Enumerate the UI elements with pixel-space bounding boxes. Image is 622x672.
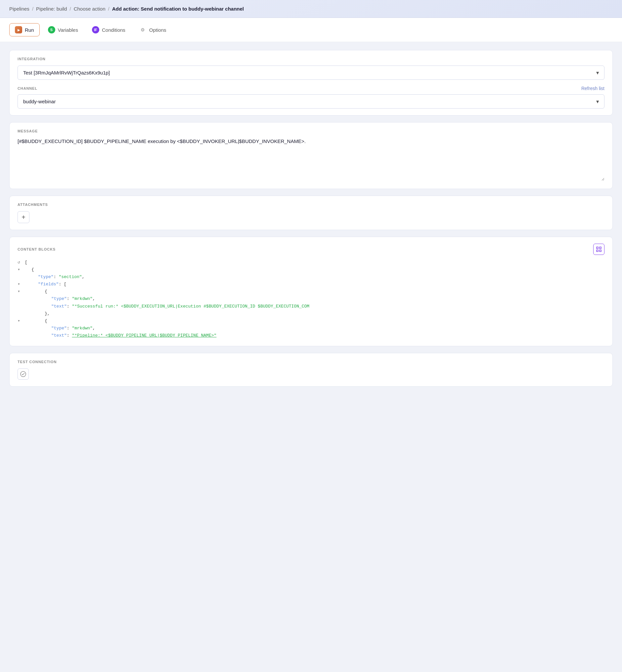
tab-conditions-label: Conditions	[102, 27, 126, 33]
code-line-3: ▾ "fields": [	[18, 281, 604, 288]
code-line-6: "text": "*Successful run:* <$BUDDY_EXECU…	[18, 303, 604, 310]
tab-run[interactable]: Run	[9, 23, 40, 36]
integration-select-wrapper: Test [3RmJqAMrlRvWjTrQazs6Kx9u1p] ▼	[18, 66, 604, 80]
code-block: ↺ [ ▾ { "type": "section", ▾ "fields": […	[18, 259, 604, 339]
code-line-10: "text": "*Pipeline:* <$BUDDY_PIPELINE_UR…	[18, 332, 604, 339]
breadcrumb-choose-action[interactable]: Choose action	[74, 6, 106, 11]
variables-icon: S	[48, 26, 55, 33]
conditions-icon: IF	[92, 26, 99, 33]
svg-rect-3	[599, 250, 601, 252]
tab-options[interactable]: ⚙ Options	[134, 23, 172, 36]
code-line-9: "type": "mrkdwn",	[18, 325, 604, 332]
code-line-0: ↺ [	[18, 259, 604, 266]
code-line-8: ▾ {	[18, 317, 604, 325]
breadcrumb-pipelines[interactable]: Pipelines	[9, 6, 29, 11]
channel-select-wrapper: buddy-webinar ▼	[18, 94, 604, 108]
tab-conditions[interactable]: IF Conditions	[87, 23, 131, 36]
attachments-label: ATTACHMENTS	[18, 202, 604, 206]
test-connection-card: TEST CONNECTION	[9, 353, 613, 387]
tab-variables-label: Variables	[58, 27, 78, 33]
test-connection-label: TEST CONNECTION	[18, 360, 604, 364]
channel-label: CHANNEL	[18, 86, 37, 90]
message-label: MESSAGE	[18, 129, 604, 133]
breadcrumb-sep-1: /	[32, 6, 33, 11]
breadcrumb-pipeline-build[interactable]: Pipeline: build	[36, 6, 67, 11]
code-line-1: ▾ {	[18, 266, 604, 274]
breadcrumb-sep-2: /	[69, 6, 71, 11]
tab-run-label: Run	[25, 27, 34, 33]
svg-rect-2	[596, 250, 598, 252]
svg-rect-0	[596, 247, 598, 249]
message-card: MESSAGE	[9, 122, 613, 189]
channel-select[interactable]: buddy-webinar	[18, 94, 604, 108]
code-line-4: ▾ {	[18, 288, 604, 295]
svg-rect-1	[599, 247, 601, 249]
content-blocks-header: CONTENT BLOCKS	[18, 244, 604, 255]
integration-label: INTEGRATION	[18, 57, 604, 61]
breadcrumb-current: Add action: Send notification to buddy-w…	[112, 6, 244, 11]
attachments-card: ATTACHMENTS +	[9, 196, 613, 230]
channel-header: CHANNEL Refresh list	[18, 86, 604, 91]
content-blocks-card: CONTENT BLOCKS ↺ [ ▾ {	[9, 237, 613, 346]
code-toggle-4[interactable]: ▾	[18, 288, 23, 295]
add-attachment-button[interactable]: +	[18, 211, 29, 223]
tabs-bar: Run S Variables IF Conditions ⚙ Options	[0, 18, 622, 42]
test-connection-button[interactable]	[18, 369, 29, 380]
code-toggle-3[interactable]: ▾	[18, 281, 23, 288]
code-toggle-0[interactable]: ↺	[18, 259, 23, 266]
message-input[interactable]	[18, 138, 604, 181]
integration-card: INTEGRATION Test [3RmJqAMrlRvWjTrQazs6Kx…	[9, 50, 613, 116]
breadcrumb-bar: Pipelines / Pipeline: build / Choose act…	[0, 0, 622, 18]
refresh-list-link[interactable]: Refresh list	[581, 86, 604, 91]
code-toggle-1[interactable]: ▾	[18, 266, 23, 274]
content-blocks-label: CONTENT BLOCKS	[18, 247, 56, 251]
code-line-2: "type": "section",	[18, 274, 604, 281]
options-icon: ⚙	[139, 26, 146, 33]
tab-variables[interactable]: S Variables	[42, 23, 84, 36]
breadcrumb: Pipelines / Pipeline: build / Choose act…	[9, 6, 613, 11]
code-line-7: },	[18, 310, 604, 317]
run-icon	[15, 26, 22, 33]
breadcrumb-sep-3: /	[108, 6, 109, 11]
expand-icon	[596, 247, 601, 252]
code-line-5: "type": "mrkdwn",	[18, 295, 604, 302]
content-area: INTEGRATION Test [3RmJqAMrlRvWjTrQazs6Kx…	[0, 42, 622, 394]
tab-options-label: Options	[149, 27, 166, 33]
integration-select[interactable]: Test [3RmJqAMrlRvWjTrQazs6Kx9u1p]	[18, 66, 604, 80]
code-toggle-8[interactable]: ▾	[18, 317, 23, 325]
check-circle-icon	[20, 371, 26, 377]
expand-button[interactable]	[593, 244, 604, 255]
